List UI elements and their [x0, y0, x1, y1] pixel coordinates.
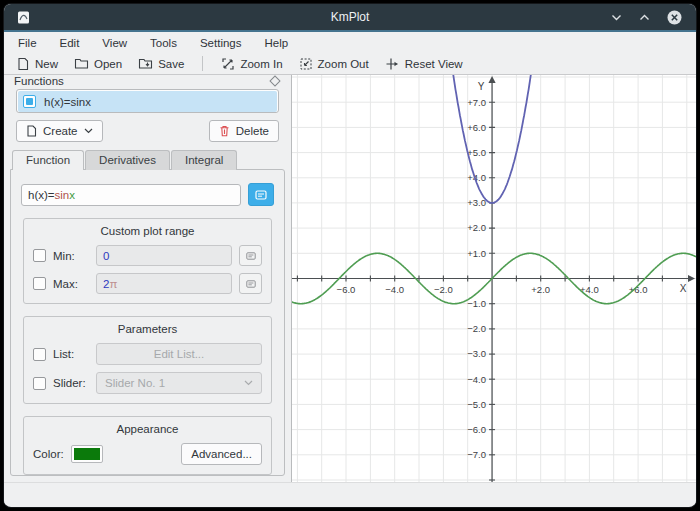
parameters-title: Parameters [33, 323, 262, 335]
create-document-icon [26, 125, 37, 137]
save-button[interactable]: Save [138, 57, 184, 70]
delete-button[interactable]: Delete [209, 120, 279, 142]
chevron-down-icon [244, 380, 253, 386]
svg-text:−5.0: −5.0 [467, 399, 486, 410]
svg-text:−4.0: −4.0 [385, 284, 404, 295]
window-title: KmPlot [4, 10, 696, 24]
mini-editor-icon [246, 252, 256, 260]
color-label: Color: [33, 448, 64, 460]
parameters-group: Parameters List: Edit List... Slider: Sl… [23, 316, 272, 404]
color-swatch-button[interactable] [71, 445, 103, 463]
equation-function: sin [55, 189, 70, 201]
open-folder-icon [74, 57, 89, 70]
equation-editor-button[interactable] [248, 183, 274, 206]
menu-settings[interactable]: Settings [200, 37, 242, 49]
reset-view-icon [385, 57, 400, 71]
min-checkbox[interactable] [33, 249, 46, 262]
svg-text:+5.0: +5.0 [467, 147, 486, 158]
list-checkbox[interactable] [33, 348, 46, 361]
menu-file[interactable]: File [18, 37, 37, 49]
function-plot-canvas[interactable]: −6.0−4.0−2.0+2.0+4.0+6.0−7.0−6.0−5.0−4.0… [292, 75, 696, 482]
tab-function[interactable]: Function [12, 150, 84, 170]
svg-text:−1.0: −1.0 [467, 298, 486, 309]
menu-tools[interactable]: Tools [150, 37, 177, 49]
list-label: List: [53, 348, 89, 360]
close-icon[interactable] [666, 9, 683, 26]
status-bar [4, 482, 696, 505]
svg-text:X: X [680, 283, 687, 294]
equation-variable: x [69, 189, 75, 201]
function-label: h(x)=sinx [44, 96, 91, 108]
max-equation-editor-button[interactable] [239, 273, 262, 294]
svg-text:−3.0: −3.0 [467, 348, 486, 359]
zoom-out-button[interactable]: Zoom Out [299, 57, 369, 71]
slider-label: Slider: [53, 377, 89, 389]
function-row-g[interactable]: g(x)=2x²+3 [18, 112, 277, 113]
tab-integral[interactable]: Integral [171, 150, 237, 170]
slider-checkbox[interactable] [33, 377, 46, 390]
max-input[interactable]: 2π [96, 273, 232, 294]
svg-text:+3.0: +3.0 [467, 197, 486, 208]
menu-view[interactable]: View [102, 37, 127, 49]
main-toolbar: New Open Save Zoom In [4, 53, 696, 75]
zoom-in-icon [221, 57, 235, 71]
dock-float-icon[interactable] [269, 75, 280, 86]
mini-editor-icon [246, 280, 256, 288]
functions-panel-title: Functions [14, 75, 64, 87]
open-button[interactable]: Open [74, 57, 122, 70]
menu-bar: File Edit View Tools Settings Help [4, 32, 696, 53]
functions-panel: Functions h(x)=sinx g(x)=2x²+3 [4, 75, 292, 482]
svg-text:Y: Y [478, 81, 485, 92]
menu-help[interactable]: Help [265, 37, 289, 49]
maximize-icon[interactable] [638, 11, 651, 24]
toolbar-separator [202, 56, 203, 71]
menu-edit[interactable]: Edit [60, 37, 80, 49]
max-label: Max: [53, 278, 89, 290]
title-bar: KmPlot [4, 4, 696, 30]
appearance-title: Appearance [33, 423, 262, 435]
advanced-button[interactable]: Advanced... [181, 443, 262, 465]
svg-text:−2.0: −2.0 [434, 284, 453, 295]
kmplot-window: KmPlot File Edit View Tools Settings Hel… [4, 4, 696, 507]
edit-list-button[interactable]: Edit List... [96, 343, 262, 365]
min-input[interactable]: 0 [96, 245, 232, 266]
svg-text:−6.0: −6.0 [467, 424, 486, 435]
svg-text:−2.0: −2.0 [467, 323, 486, 334]
svg-text:−6.0: −6.0 [337, 284, 356, 295]
svg-text:+6.0: +6.0 [467, 122, 486, 133]
svg-text:+7.0: +7.0 [467, 97, 486, 108]
custom-plot-range-group: Custom plot range Min: 0 [23, 218, 272, 304]
equation-input[interactable]: h(x)=sinx [21, 184, 241, 206]
function-visible-checkbox[interactable] [23, 95, 36, 108]
create-button[interactable]: Create [16, 120, 103, 142]
new-button[interactable]: New [16, 57, 58, 71]
svg-text:+2.0: +2.0 [531, 284, 550, 295]
svg-text:+1.0: +1.0 [467, 248, 486, 259]
new-document-icon [16, 57, 30, 71]
svg-text:−4.0: −4.0 [467, 374, 486, 385]
reset-view-button[interactable]: Reset View [385, 57, 463, 71]
min-label: Min: [53, 250, 89, 262]
appearance-group: Appearance Color: Advanced... [23, 416, 272, 475]
editor-tabs: Function Derivatives Integral [12, 150, 291, 170]
equation-prefix: h(x)= [28, 189, 55, 201]
slider-select[interactable]: Slider No. 1 [96, 372, 262, 394]
svg-text:+2.0: +2.0 [467, 222, 486, 233]
function-tab-content: h(x)=sinx Custom plot range Min: [10, 169, 285, 476]
svg-text:−7.0: −7.0 [467, 449, 486, 460]
zoom-in-button[interactable]: Zoom In [221, 57, 282, 71]
function-row-h[interactable]: h(x)=sinx [18, 91, 277, 112]
equation-editor-icon [255, 190, 267, 200]
plot-view[interactable]: −6.0−4.0−2.0+2.0+4.0+6.0−7.0−6.0−5.0−4.0… [292, 75, 696, 482]
minimize-icon[interactable] [610, 11, 623, 24]
save-icon [138, 57, 153, 70]
zoom-out-icon [299, 57, 313, 71]
function-list[interactable]: h(x)=sinx g(x)=2x²+3 [16, 89, 279, 113]
max-checkbox[interactable] [33, 277, 46, 290]
tab-derivatives[interactable]: Derivatives [85, 150, 170, 170]
chevron-down-icon [84, 128, 93, 134]
min-equation-editor-button[interactable] [239, 245, 262, 266]
trash-icon [219, 125, 230, 137]
custom-plot-range-title: Custom plot range [33, 225, 262, 237]
